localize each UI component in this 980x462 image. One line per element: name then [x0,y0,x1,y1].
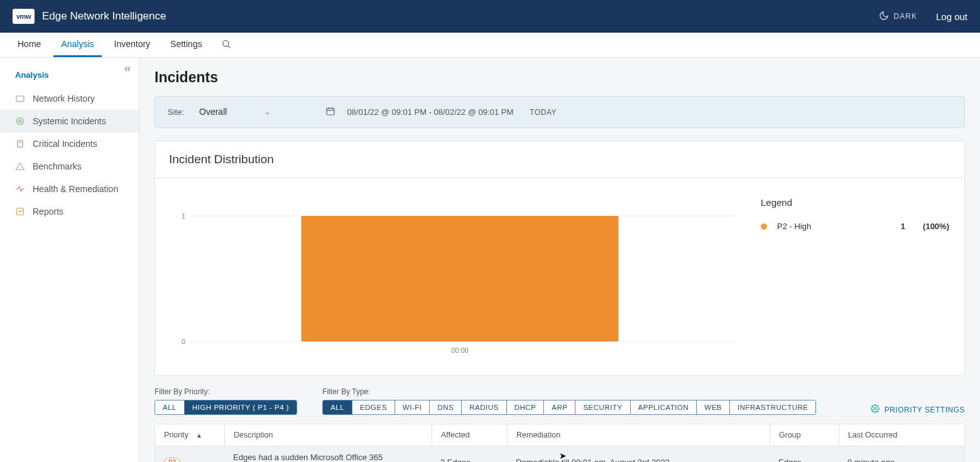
date-range-text[interactable]: 08/01/22 @ 09:01 PM - 08/02/22 @ 09:01 P… [347,107,513,117]
sidebar-item-critical-incidents[interactable]: Critical Incidents [0,132,139,155]
bar-p2[interactable] [302,216,619,341]
type-pill-infrastructure[interactable]: INFRASTRUCTURE [730,400,815,414]
legend-row-p2[interactable]: P2 - High 1 (100%) [761,222,949,231]
site-select[interactable]: Overall ⌄ [195,104,314,120]
sidebar-item-label: Benchmarks [33,161,82,171]
type-pill-all[interactable]: ALL [323,400,352,414]
priority-pill-all[interactable]: ALL [155,400,185,414]
legend-pct: (100%) [905,222,949,231]
col-header-last-occurred[interactable]: Last Occurred [839,424,964,446]
sidebar-item-network-history[interactable]: Network History [0,87,139,110]
type-pill-web[interactable]: WEB [697,400,730,414]
context-filter-bar: Site: Overall ⌄ 08/01/22 @ 09:01 PM - 08… [155,96,965,128]
search-icon[interactable] [215,39,237,51]
cell-group: Edges [770,451,839,463]
sidebar: Analysis Network History Systemic Incide… [0,58,139,462]
chevron-down-icon: ⌄ [264,108,270,116]
type-pill-wifi[interactable]: WI-FI [395,400,430,414]
filters-row: Filter By Priority: ALL HIGH PRIORITY ( … [155,387,965,415]
filter-type-group: Filter By Type: ALL EDGES WI-FI DNS RADI… [322,387,816,415]
type-pill-dns[interactable]: DNS [430,400,462,414]
app-title: Edge Network Intelligence [42,10,879,23]
svg-rect-9 [327,108,334,115]
dark-mode-label: DARK [894,12,917,21]
svg-line-1 [228,46,230,48]
priority-pill-high[interactable]: HIGH PRIORITY ( P1 - P4 ) [185,400,297,414]
type-pill-edges[interactable]: EDGES [352,400,395,414]
top-header: vmw Edge Network Intelligence DARK Log o… [0,0,980,33]
col-header-remediation[interactable]: Remediation [507,424,770,446]
sidebar-item-reports[interactable]: Reports [0,200,139,223]
svg-rect-2 [16,96,24,102]
svg-point-3 [17,118,24,125]
site-label: Site: [168,107,184,117]
tab-inventory[interactable]: Inventory [107,33,158,57]
type-pill-security[interactable]: SECURITY [575,400,630,414]
cell-affected: 2 Edges [432,451,507,463]
type-pill-application[interactable]: APPLICATION [631,400,697,414]
tab-settings[interactable]: Settings [163,33,210,57]
type-pill-dhcp[interactable]: DHCP [507,400,545,414]
incident-distribution-card: Incident Distribution 1 0 00:00 [155,141,965,376]
col-header-priority[interactable]: Priority ▲ [155,424,224,446]
priority-settings-link[interactable]: PRIORITY SETTINGS [871,404,965,415]
folder-icon [15,94,25,104]
filter-priority-group: Filter By Priority: ALL HIGH PRIORITY ( … [155,387,297,415]
sidebar-item-label: Reports [33,207,63,217]
page-title: Incidents [155,69,965,86]
priority-settings-label: PRIORITY SETTINGS [885,406,965,414]
sidebar-item-label: Systemic Incidents [33,116,106,126]
col-header-label: Priority [164,431,188,439]
cell-description: Edges had a sudden Microsoft Office 365 … [224,446,432,462]
type-pill-arp[interactable]: ARP [544,400,575,414]
tab-home[interactable]: Home [10,33,48,57]
y-tick-1: 1 [182,213,185,219]
col-header-group[interactable]: Group [770,424,839,446]
filter-type-label: Filter By Type: [322,387,816,396]
col-header-description[interactable]: Description [224,424,432,446]
svg-point-4 [19,120,21,122]
sidebar-item-benchmarks[interactable]: Benchmarks [0,155,139,178]
card-title: Incident Distribution [155,141,964,178]
svg-rect-5 [18,141,23,148]
pulse-icon [15,184,25,194]
svg-point-0 [222,41,228,46]
dark-mode-toggle[interactable]: DARK [879,11,917,23]
calendar-icon[interactable] [325,106,335,118]
sidebar-item-health-remediation[interactable]: Health & Remediation [0,178,139,200]
legend-swatch [761,223,767,230]
tab-analysis[interactable]: Analysis [53,33,101,57]
svg-marker-7 [16,163,24,170]
logout-link[interactable]: Log out [936,11,967,22]
target-icon [15,116,25,126]
today-button[interactable]: TODAY [530,108,557,117]
legend-count: 1 [880,222,905,231]
table-header-row: Priority ▲ Description Affected Remediat… [155,424,964,446]
distribution-chart[interactable]: 1 0 00:00 [170,197,736,360]
site-select-value: Overall [199,107,227,117]
chart-icon [15,207,25,217]
clipboard-icon [15,139,25,149]
moon-icon [879,11,889,23]
type-pill-radius[interactable]: RADIUS [462,400,506,414]
main-content: Incidents Site: Overall ⌄ 08/01/22 @ 09:… [139,58,980,462]
x-tick-0: 00:00 [451,347,469,353]
legend-label: P2 - High [777,222,880,231]
gear-icon [871,404,879,415]
table-row[interactable]: P2 Edges had a sudden Microsoft Office 3… [155,446,964,462]
sidebar-item-label: Health & Remediation [33,184,118,194]
sort-asc-icon: ▲ [196,432,202,439]
y-tick-0: 0 [182,338,185,345]
legend-title: Legend [761,197,949,208]
cell-remediation: Remediable till 00:01 am, August 3rd 202… [507,451,770,463]
sidebar-section-title: Analysis [0,58,139,87]
sidebar-item-label: Critical Incidents [33,139,97,149]
svg-point-15 [874,407,876,410]
cell-last-occurred: 0 minute ago [839,451,964,463]
priority-badge: P2 [164,458,180,463]
col-header-affected[interactable]: Affected [432,424,507,446]
sidebar-item-systemic-incidents[interactable]: Systemic Incidents [0,110,139,132]
incidents-table: Priority ▲ Description Affected Remediat… [155,424,965,462]
brand-logo: vmw [13,9,35,24]
collapse-sidebar-icon[interactable] [122,64,133,76]
